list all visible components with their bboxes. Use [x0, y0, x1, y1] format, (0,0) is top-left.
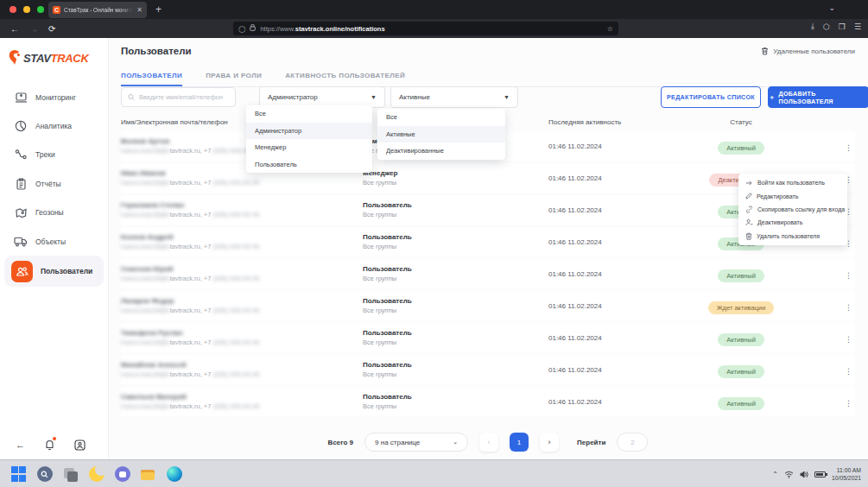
row-kebab-menu-icon[interactable]: ⋮: [845, 271, 852, 280]
user-name: Савельев Валерий: [121, 393, 363, 401]
tab-2[interactable]: ПРАВА И РОЛИ: [206, 67, 262, 86]
login-as-user-icon: [745, 180, 753, 187]
user-groups: Все группы: [363, 243, 548, 250]
status-option[interactable]: Все: [377, 109, 505, 126]
status-filter-select[interactable]: Активные ▼: [390, 86, 518, 108]
status-badge: Активный: [718, 397, 764, 410]
user-search-box[interactable]: [121, 87, 236, 107]
clock[interactable]: 11:00 AM 10/05/2021: [832, 466, 861, 482]
window-controls[interactable]: [10, 6, 44, 13]
sidebar-item-7[interactable]: Пользователи: [4, 256, 104, 287]
file-explorer-icon[interactable]: [140, 466, 156, 483]
firefox-nightly-icon[interactable]: [88, 466, 105, 483]
url-bar[interactable]: ◯ https://www.stavtrack.online/notificat…: [233, 22, 618, 35]
current-page-button[interactable]: 1: [510, 433, 529, 452]
row-kebab-menu-icon[interactable]: ⋮: [845, 143, 852, 152]
sidebar-item-label: Мониторинг: [35, 93, 76, 102]
sidebar-item-6[interactable]: Объекты: [0, 227, 108, 256]
sidebar-item-3[interactable]: Треки: [0, 141, 108, 169]
shield-icon[interactable]: ◯: [238, 25, 245, 33]
deactivate-user-icon: [745, 218, 753, 226]
close-window-button[interactable]: [10, 6, 16, 13]
monitoring-icon: [14, 91, 28, 104]
screen: С СтавТрак - Онлайн мониторинг ✕ + ⌄ ← →…: [0, 0, 868, 487]
context-menu-item[interactable]: Войти как пользователь: [738, 176, 847, 189]
task-view-icon[interactable]: [62, 466, 79, 483]
context-menu-item[interactable]: Удалить пользователя: [738, 230, 847, 243]
role-option[interactable]: Менеджер: [246, 139, 372, 156]
sidebar-item-5[interactable]: Геозоны: [0, 199, 108, 227]
app-window: STAVTRACK МониторингАналитикаТрекиОтчёты…: [0, 38, 868, 459]
row-kebab-menu-icon[interactable]: ⋮: [845, 367, 852, 376]
sidebar-panel-icon[interactable]: ❐: [839, 22, 846, 31]
stavtrack-logo[interactable]: STAVTRACK: [8, 49, 89, 66]
status-option[interactable]: Активные: [377, 126, 505, 143]
role-option[interactable]: Администратор: [246, 123, 372, 140]
context-menu-item[interactable]: Деактивировать: [738, 216, 847, 229]
forward-icon[interactable]: →: [29, 24, 38, 34]
profile-icon[interactable]: [74, 440, 86, 451]
browser-tab[interactable]: С СтавТрак - Онлайн мониторинг ✕: [48, 2, 147, 18]
next-page-button[interactable]: ›: [540, 433, 559, 452]
context-menu-item[interactable]: Скопировать ссылку для входа: [738, 203, 847, 216]
zoom-window-button[interactable]: [37, 6, 44, 13]
wifi-icon[interactable]: [784, 471, 794, 478]
windows-start-icon[interactable]: [10, 466, 27, 483]
edge-browser-icon[interactable]: [166, 466, 182, 483]
role-option[interactable]: Пользователь: [246, 156, 372, 174]
sidebar-item-1[interactable]: Мониторинг: [0, 83, 108, 111]
menu-hamburger-icon[interactable]: ☰: [854, 22, 861, 31]
geozones-icon: [14, 206, 28, 219]
tab-3[interactable]: АКТИВНОСТЬ ПОЛЬЗОВАТЕЛЕЙ: [285, 67, 405, 86]
sidebar-item-4[interactable]: Отчёты: [0, 169, 108, 198]
chevron-down-icon[interactable]: ⌄: [828, 3, 835, 12]
volume-icon[interactable]: [800, 471, 808, 478]
reload-icon[interactable]: ⟳: [48, 24, 55, 34]
tab-1[interactable]: ПОЛЬЗОВАТЕЛИ: [121, 67, 182, 86]
tab-close-icon[interactable]: ✕: [136, 6, 143, 14]
row-kebab-menu-icon[interactable]: ⋮: [845, 399, 852, 408]
trash-icon: [761, 47, 769, 55]
extensions-icon[interactable]: ⬡: [823, 22, 830, 31]
add-user-button[interactable]: ＋ ДОБАВИТЬ ПОЛЬЗОВАТЕЛЯ: [768, 86, 868, 108]
row-kebab-menu-icon[interactable]: ⋮: [845, 335, 852, 344]
user-email-phone: ivanov.ivan26@stavtrack.ru, +7 (999) 999…: [121, 370, 363, 378]
role-option[interactable]: Все: [246, 105, 372, 123]
downloads-icon[interactable]: ⤓: [811, 22, 814, 31]
section-tabs: ПОЛЬЗОВАТЕЛИПРАВА И РОЛИАКТИВНОСТЬ ПОЛЬЗ…: [121, 67, 855, 87]
chevron-down-icon: ⌄: [453, 439, 458, 446]
deleted-users-link[interactable]: Удаленные пользователи: [761, 47, 855, 55]
collapse-sidebar-icon[interactable]: ←: [16, 440, 25, 450]
user-role: Пользователь: [363, 265, 548, 273]
sidebar-item-2[interactable]: Аналитика: [0, 111, 108, 140]
minimize-window-button[interactable]: [23, 6, 30, 13]
new-tab-button[interactable]: +: [155, 3, 162, 16]
lock-icon[interactable]: [250, 24, 256, 33]
last-activity: 01:46 11.02.2024: [548, 366, 700, 374]
user-groups: Все группы: [363, 179, 548, 187]
tab-title: СтавТрак - Онлайн мониторинг: [64, 7, 133, 13]
status-option[interactable]: Деактивированные: [377, 142, 505, 160]
row-kebab-menu-icon[interactable]: ⋮: [845, 303, 852, 312]
notifications-bell-icon[interactable]: [44, 439, 55, 451]
tracks-icon: [14, 148, 28, 161]
chat-teams-icon[interactable]: [114, 466, 130, 483]
table-row: Тимофеев Русланivanov.ivan26@stavtrack.r…: [121, 323, 855, 352]
per-page-select[interactable]: 9 на странице ⌄: [364, 433, 468, 452]
users-icon: [11, 261, 33, 282]
reports-icon: [14, 177, 28, 191]
battery-icon[interactable]: [814, 471, 826, 478]
search-input[interactable]: [139, 93, 229, 101]
context-menu-item[interactable]: Редактировать: [738, 189, 847, 202]
back-icon[interactable]: ←: [10, 24, 19, 34]
tray-chevron-icon[interactable]: ⌃: [772, 471, 778, 478]
goto-page-input[interactable]: [617, 433, 648, 452]
user-groups: Все группы: [363, 370, 548, 378]
user-groups: Все группы: [363, 211, 548, 218]
role-dropdown-panel: ВсеАдминистраторМенеджерПользователь: [246, 105, 372, 173]
taskbar-search-icon[interactable]: [36, 466, 53, 483]
bookmark-star-icon[interactable]: ☆: [607, 25, 613, 33]
user-groups: Все группы: [363, 338, 548, 346]
edit-list-button[interactable]: РЕДАКТИРОВАТЬ СПИСОК: [661, 86, 761, 108]
prev-page-button[interactable]: ‹: [479, 433, 498, 452]
